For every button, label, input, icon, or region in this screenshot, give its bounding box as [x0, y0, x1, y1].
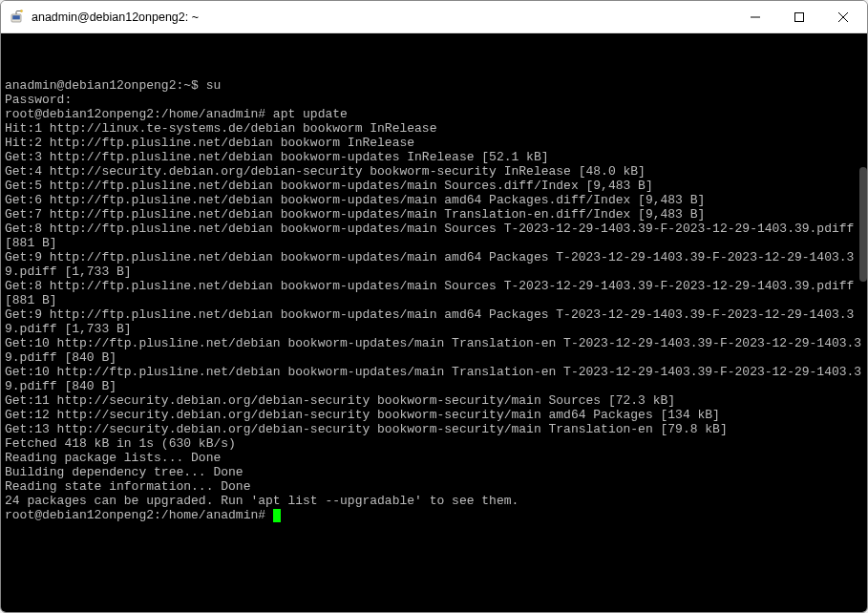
terminal-line: Get:12 http://security.debian.org/debian… [5, 408, 863, 422]
titlebar[interactable]: anadmin@debian12onpeng2: ~ [1, 1, 867, 33]
svg-rect-1 [12, 15, 20, 19]
terminal-line: Get:9 http://ftp.plusline.net/debian boo… [5, 250, 863, 279]
close-button[interactable] [821, 1, 865, 32]
terminal-line: Get:5 http://ftp.plusline.net/debian boo… [5, 179, 863, 193]
terminal-line: Get:7 http://ftp.plusline.net/debian boo… [5, 207, 863, 222]
terminal-line: Get:13 http://security.debian.org/debian… [5, 422, 863, 436]
terminal-line: anadmin@debian12onpeng2:~$ su [5, 78, 863, 93]
terminal-line: Get:8 http://ftp.plusline.net/debian boo… [5, 279, 863, 307]
app-icon [9, 9, 26, 26]
terminal-line: Reading state information... Done [5, 479, 863, 494]
terminal-line: 24 packages can be upgraded. Run 'apt li… [5, 494, 863, 508]
window-title: anadmin@debian12onpeng2: ~ [32, 11, 733, 24]
terminal-cursor [273, 509, 281, 522]
terminal-area[interactable]: anadmin@debian12onpeng2:~$ suPassword:ro… [1, 33, 867, 612]
terminal-line: Building dependency tree... Done [5, 465, 863, 479]
app-window: anadmin@debian12onpeng2: ~ anadmin@debia… [0, 0, 868, 613]
terminal-line: Get:10 http://ftp.plusline.net/debian bo… [5, 336, 863, 365]
scrollbar-thumb[interactable] [859, 167, 867, 282]
maximize-button[interactable] [777, 1, 821, 32]
svg-rect-4 [795, 12, 804, 21]
terminal-line: Get:10 http://ftp.plusline.net/debian bo… [5, 365, 863, 393]
svg-point-2 [20, 10, 22, 11]
minimize-icon [751, 12, 760, 22]
terminal-line: root@debian12onpeng2:/home/anadmin# [5, 508, 863, 522]
terminal-line: Get:3 http://ftp.plusline.net/debian boo… [5, 150, 863, 164]
terminal-line: Fetched 418 kB in 1s (630 kB/s) [5, 436, 863, 451]
terminal-line: Hit:2 http://ftp.plusline.net/debian boo… [5, 136, 863, 150]
terminal-line: Get:6 http://ftp.plusline.net/debian boo… [5, 193, 863, 207]
close-icon [838, 12, 848, 22]
maximize-icon [794, 12, 804, 22]
window-controls [733, 1, 865, 32]
terminal-line: Get:8 http://ftp.plusline.net/debian boo… [5, 222, 863, 250]
terminal-line: Get:11 http://security.debian.org/debian… [5, 393, 863, 408]
terminal-line: root@debian12onpeng2:/home/anadmin# apt … [5, 107, 863, 121]
terminal-line: Get:9 http://ftp.plusline.net/debian boo… [5, 307, 863, 336]
minimize-button[interactable] [733, 1, 777, 32]
terminal-line: Hit:1 http://linux.te-systems.de/debian … [5, 121, 863, 136]
terminal-line: Password: [5, 93, 863, 107]
terminal-line: Reading package lists... Done [5, 451, 863, 465]
terminal-line: Get:4 http://security.debian.org/debian-… [5, 164, 863, 179]
